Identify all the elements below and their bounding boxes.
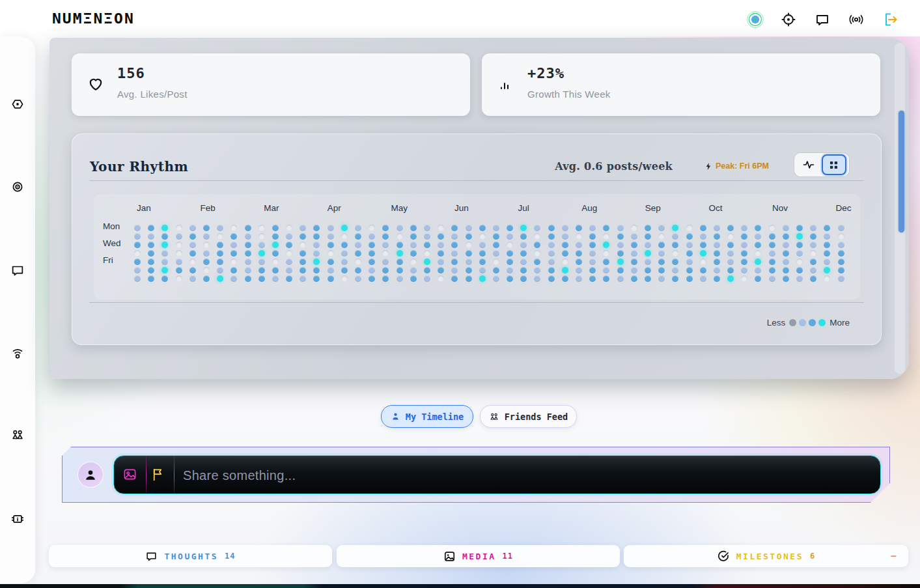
rhythm-day-dot[interactable] <box>507 275 513 282</box>
rhythm-day-dot[interactable] <box>258 275 265 282</box>
rhythm-day-dot[interactable] <box>189 275 196 282</box>
rhythm-day-dot[interactable] <box>548 267 555 273</box>
messages-icon[interactable] <box>813 10 831 29</box>
rhythm-day-dot[interactable] <box>548 250 555 257</box>
rhythm-day-dot[interactable] <box>645 225 651 231</box>
rhythm-day-dot[interactable] <box>161 225 168 231</box>
rhythm-day-dot[interactable] <box>134 275 141 282</box>
rhythm-day-dot[interactable] <box>410 233 417 240</box>
rhythm-day-dot[interactable] <box>355 225 361 231</box>
rhythm-day-dot[interactable] <box>672 250 678 257</box>
rhythm-day-dot[interactable] <box>727 275 734 282</box>
section-milestones[interactable]: MILESTONES 6 – <box>624 545 908 567</box>
rhythm-day-dot[interactable] <box>397 267 403 273</box>
rhythm-day-dot[interactable] <box>161 250 168 257</box>
rhythm-day-dot[interactable] <box>700 233 706 240</box>
rhythm-day-dot[interactable] <box>631 267 637 273</box>
rhythm-day-dot[interactable] <box>769 250 775 257</box>
rhythm-day-dot[interactable] <box>286 233 292 240</box>
rhythm-day-dot[interactable] <box>176 275 182 282</box>
rhythm-day-dot[interactable] <box>479 259 486 265</box>
rhythm-day-dot[interactable] <box>230 233 237 240</box>
rhythm-day-dot[interactable] <box>341 250 348 257</box>
rhythm-day-dot[interactable] <box>300 275 306 282</box>
rhythm-day-dot[interactable] <box>520 225 527 231</box>
tab-friends-feed[interactable]: Friends Feed <box>480 405 577 428</box>
rhythm-day-dot[interactable] <box>810 233 816 240</box>
rhythm-day-dot[interactable] <box>479 250 486 257</box>
rhythm-day-dot[interactable] <box>562 233 568 240</box>
rhythm-day-dot[interactable] <box>161 275 168 282</box>
rhythm-day-dot[interactable] <box>369 233 375 240</box>
rhythm-day-dot[interactable] <box>230 267 237 273</box>
flag-icon[interactable] <box>150 467 166 483</box>
rhythm-day-dot[interactable] <box>451 275 458 282</box>
rhythm-day-dot[interactable] <box>617 233 624 240</box>
rhythm-day-dot[interactable] <box>382 225 389 231</box>
rhythm-day-dot[interactable] <box>272 233 279 240</box>
rhythm-day-dot[interactable] <box>313 250 320 257</box>
rhythm-day-dot[interactable] <box>410 250 417 257</box>
rhythm-day-dot[interactable] <box>686 225 693 231</box>
rhythm-day-dot[interactable] <box>824 275 830 282</box>
rhythm-day-dot[interactable] <box>700 275 706 282</box>
rhythm-day-dot[interactable] <box>466 242 472 248</box>
rhythm-day-dot[interactable] <box>617 259 624 265</box>
scrollbar-thumb[interactable] <box>899 111 904 232</box>
hexagon-dot-icon[interactable] <box>10 97 25 111</box>
rhythm-day-dot[interactable] <box>382 267 389 273</box>
rhythm-day-dot[interactable] <box>134 250 141 257</box>
rhythm-day-dot[interactable] <box>838 233 844 240</box>
rhythm-day-dot[interactable] <box>328 233 334 240</box>
rhythm-day-dot[interactable] <box>617 225 624 231</box>
rhythm-day-dot[interactable] <box>189 242 196 248</box>
rhythm-day-dot[interactable] <box>562 242 568 248</box>
rhythm-day-dot[interactable] <box>686 259 693 265</box>
rhythm-day-dot[interactable] <box>493 225 499 231</box>
rhythm-day-dot[interactable] <box>424 259 430 265</box>
rhythm-day-dot[interactable] <box>534 242 540 248</box>
rhythm-day-dot[interactable] <box>424 233 430 240</box>
rhythm-day-dot[interactable] <box>520 259 527 265</box>
rhythm-day-dot[interactable] <box>479 225 486 231</box>
rhythm-day-dot[interactable] <box>562 250 568 257</box>
rhythm-day-dot[interactable] <box>479 233 486 240</box>
rhythm-day-dot[interactable] <box>769 275 775 282</box>
system-chip-icon[interactable] <box>10 512 25 526</box>
rhythm-day-dot[interactable] <box>493 250 499 257</box>
rhythm-day-dot[interactable] <box>479 267 486 273</box>
rhythm-day-dot[interactable] <box>631 259 637 265</box>
rhythm-day-dot[interactable] <box>796 275 803 282</box>
rhythm-day-dot[interactable] <box>838 267 844 273</box>
rhythm-day-dot[interactable] <box>672 225 678 231</box>
rhythm-day-dot[interactable] <box>328 267 334 273</box>
rhythm-day-dot[interactable] <box>258 259 265 265</box>
person-avatar-icon[interactable] <box>77 462 104 488</box>
rhythm-day-dot[interactable] <box>286 275 292 282</box>
rhythm-day-dot[interactable] <box>217 233 223 240</box>
rhythm-day-dot[interactable] <box>451 267 458 273</box>
rhythm-day-dot[interactable] <box>410 225 417 231</box>
rhythm-day-dot[interactable] <box>603 233 609 240</box>
rhythm-day-dot[interactable] <box>714 225 720 231</box>
rhythm-day-dot[interactable] <box>382 275 389 282</box>
rhythm-day-dot[interactable] <box>397 275 403 282</box>
rhythm-day-dot[interactable] <box>796 225 803 231</box>
rhythm-day-dot[interactable] <box>714 250 720 257</box>
rhythm-day-dot[interactable] <box>203 242 210 248</box>
status-rings-icon[interactable] <box>746 10 764 29</box>
friends-icon[interactable] <box>10 428 25 442</box>
rhythm-day-dot[interactable] <box>603 225 609 231</box>
rhythm-day-dot[interactable] <box>838 275 844 282</box>
rhythm-day-dot[interactable] <box>479 242 486 248</box>
rhythm-day-dot[interactable] <box>148 275 154 282</box>
rhythm-day-dot[interactable] <box>796 267 803 273</box>
rhythm-day-dot[interactable] <box>769 225 775 231</box>
rhythm-day-dot[interactable] <box>672 233 678 240</box>
rhythm-day-dot[interactable] <box>534 267 540 273</box>
rhythm-day-dot[interactable] <box>451 225 458 231</box>
rhythm-day-dot[interactable] <box>438 242 444 248</box>
rhythm-day-dot[interactable] <box>755 275 761 282</box>
rhythm-day-dot[interactable] <box>397 259 403 265</box>
rhythm-day-dot[interactable] <box>230 259 237 265</box>
